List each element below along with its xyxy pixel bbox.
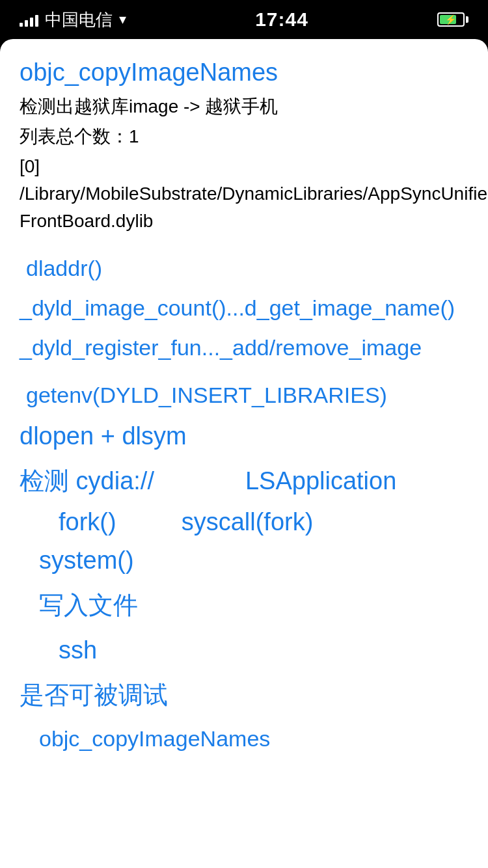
item-debuggable[interactable]: 是否可被调试 — [20, 679, 468, 712]
status-right: ⚡ — [437, 12, 468, 27]
item-system[interactable]: system() — [20, 547, 468, 575]
item-ls-application[interactable]: LSApplication — [245, 467, 396, 495]
info-line-1: 检测出越狱库image -> 越狱手机 — [20, 93, 468, 120]
info-line-3: [0] /Library/MobileSubstrate/DynamicLibr… — [20, 153, 468, 235]
status-bar: 中国电信 ▾ 17:44 ⚡ — [0, 0, 488, 39]
battery-icon: ⚡ — [437, 12, 468, 27]
item-ssh[interactable]: ssh — [20, 636, 468, 664]
item-cydia-check[interactable]: 检测 cydia:// — [20, 465, 154, 498]
item-dyld-register[interactable]: _dyld_register_fun..._add/remove_image — [20, 335, 468, 360]
item-getenv[interactable]: getenv(DYLD_INSERT_LIBRARIES) — [20, 383, 468, 408]
wifi-icon: ▾ — [119, 11, 126, 28]
section-title[interactable]: objc_copyImageNames — [20, 59, 468, 87]
item-dladdr[interactable]: dladdr() — [20, 256, 468, 281]
main-content: objc_copyImageNames 检测出越狱库image -> 越狱手机 … — [0, 39, 488, 868]
status-left: 中国电信 ▾ — [20, 8, 126, 31]
item-syscall-fork[interactable]: syscall(fork) — [182, 508, 314, 536]
item-objc-copy-image-names[interactable]: objc_copyImageNames — [20, 726, 468, 752]
fork-row: fork() syscall(fork) — [20, 508, 468, 536]
signal-icon — [20, 12, 38, 27]
item-dyld-image-count[interactable]: _dyld_image_count()...d_get_image_name() — [20, 295, 468, 321]
carrier-label: 中国电信 — [45, 8, 113, 31]
info-line-2: 列表总个数：1 — [20, 123, 468, 150]
item-write-file[interactable]: 写入文件 — [20, 589, 468, 622]
item-dlopen-dlsym[interactable]: dlopen + dlsym — [20, 422, 468, 450]
cydia-row: 检测 cydia:// LSApplication — [20, 465, 468, 498]
item-fork[interactable]: fork() — [59, 508, 116, 536]
time-label: 17:44 — [255, 8, 308, 31]
